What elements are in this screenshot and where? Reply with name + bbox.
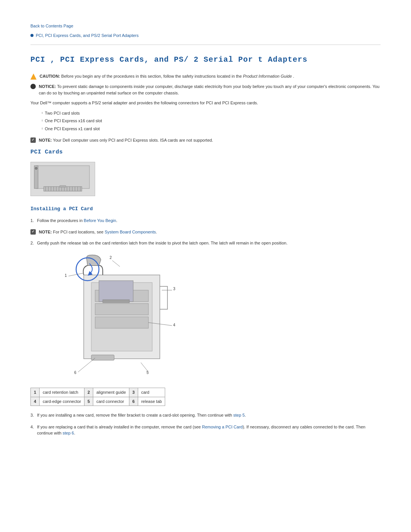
note-box: ✓ NOTE: Your Dell computer uses only PCI… <box>30 137 381 144</box>
svg-rect-23 <box>95 317 148 328</box>
caution-icon <box>30 73 37 80</box>
part-num-1: 1 <box>31 388 40 397</box>
part-label-6: release tab <box>138 397 165 406</box>
page-title: PCI , PCI Express Cards, and PS/ 2 Seria… <box>30 54 381 66</box>
section-pci-cards-heading: PCI Cards <box>30 148 381 157</box>
breadcrumb: PCI, PCI Express Cards, and PS/2 Serial … <box>30 32 381 39</box>
step-2-text: Gently push the release tab on the card … <box>37 240 287 246</box>
part-num-5: 5 <box>84 397 93 406</box>
notice-text: NOTICE: To prevent static damage to comp… <box>39 83 381 96</box>
svg-line-39 <box>78 358 95 372</box>
list-item: Two PCI card slots <box>42 110 381 117</box>
step2-list: 2. Gently push the release tab on the ca… <box>30 240 381 246</box>
list-item: One PCI Express x1 card slot <box>42 126 381 132</box>
part-label-1: card retention latch <box>40 388 84 397</box>
system-board-link[interactable]: System Board Components <box>105 230 156 234</box>
part-num-4: 4 <box>31 397 40 406</box>
step-2: 2. Gently push the release tab on the ca… <box>30 240 381 246</box>
caution-box: CAUTION: Before you begin any of the pro… <box>30 73 381 80</box>
part-label-2: alignment guide <box>93 388 129 397</box>
step4-list: 4. If you are replacing a card that is a… <box>30 424 381 436</box>
svg-rect-25 <box>103 300 129 303</box>
svg-line-37 <box>141 363 148 372</box>
parts-table: 1 card retention latch 2 alignment guide… <box>30 388 165 406</box>
breadcrumb-dot <box>30 34 33 37</box>
pci-card-image <box>30 162 95 196</box>
installing-heading: Installing a PCI Card <box>30 205 381 213</box>
notice-icon <box>30 84 36 91</box>
note2-text: NOTE: For PCI card locations, see System… <box>39 229 157 235</box>
before-you-begin-link[interactable]: Before You Begin <box>84 218 116 223</box>
steps-list: 1. Follow the procedures in Before You B… <box>30 217 381 224</box>
step3-list: 3. If you are installing a new card, rem… <box>30 412 381 419</box>
part-num-3: 3 <box>129 388 138 397</box>
step-4: 4. If you are replacing a card that is a… <box>30 424 381 436</box>
diagram-svg: 1 2 3 4 5 6 <box>53 252 206 382</box>
svg-rect-27 <box>91 355 114 360</box>
svg-rect-0 <box>36 166 89 189</box>
svg-text:6: 6 <box>74 371 76 375</box>
pci-card-svg <box>32 164 93 194</box>
note2-icon: ✓ <box>30 229 36 235</box>
svg-text:4: 4 <box>173 323 175 327</box>
step5-link[interactable]: step 5 <box>233 413 245 417</box>
step6-link[interactable]: step 6 <box>62 431 74 435</box>
intro-text: Your Dell™ computer supports a PS/2 seri… <box>30 100 381 106</box>
step-4-text: If you are replacing a card that is alre… <box>37 424 381 436</box>
svg-text:3: 3 <box>173 287 175 291</box>
svg-line-29 <box>68 273 84 276</box>
part-num-6: 6 <box>129 397 138 406</box>
svg-text:1: 1 <box>65 273 67 278</box>
svg-point-2 <box>35 167 37 169</box>
feature-list: Two PCI card slots One PCI Express x16 c… <box>42 110 381 132</box>
part-num-2: 2 <box>84 388 93 397</box>
step-3-text: If you are installing a new card, remove… <box>37 412 246 419</box>
step-3: 3. If you are installing a new card, rem… <box>30 412 381 419</box>
step-1-text: Follow the procedures in Before You Begi… <box>37 217 117 224</box>
step-1: 1. Follow the procedures in Before You B… <box>30 217 381 224</box>
caution-text: CAUTION: Before you begin any of the pro… <box>40 73 294 80</box>
svg-rect-22 <box>95 304 148 315</box>
breadcrumb-link[interactable]: PCI, PCI Express Cards, and PS/2 Serial … <box>36 32 139 39</box>
part-label-3: card <box>138 388 165 397</box>
svg-rect-18 <box>60 185 66 187</box>
installation-diagram: 1 2 3 4 5 6 <box>53 252 381 382</box>
note-text: NOTE: Your Dell computer uses only PCI a… <box>39 137 213 144</box>
svg-rect-24 <box>99 281 133 302</box>
list-item: One PCI Express x16 card slot <box>42 118 381 124</box>
part-label-5: card connector <box>93 397 129 406</box>
svg-line-31 <box>112 260 120 267</box>
note-icon: ✓ <box>30 137 36 143</box>
svg-text:2: 2 <box>110 256 112 260</box>
back-to-contents-link[interactable]: Back to Contents Page <box>30 24 73 28</box>
divider <box>30 45 381 45</box>
part-label-4: card-edge connector <box>40 397 84 406</box>
removing-pci-link[interactable]: Removing a PCI Card <box>202 425 243 429</box>
note2-box: ✓ NOTE: For PCI card locations, see Syst… <box>30 229 381 235</box>
notice-box: NOTICE: To prevent static damage to comp… <box>30 83 381 96</box>
